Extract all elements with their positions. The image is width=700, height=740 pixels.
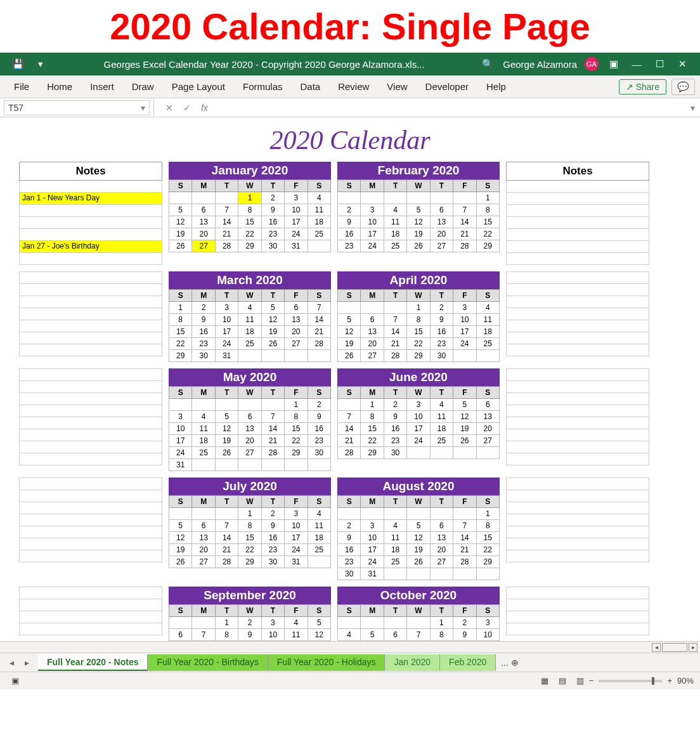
calendar-cell[interactable]: 10 bbox=[453, 314, 476, 326]
note-row[interactable] bbox=[507, 253, 649, 265]
calendar-cell[interactable] bbox=[215, 508, 238, 520]
calendar-cell[interactable]: 28 bbox=[261, 447, 284, 459]
note-row[interactable] bbox=[20, 502, 162, 514]
calendar-cell[interactable]: 27 bbox=[285, 338, 308, 350]
calendar-cell[interactable]: 5 bbox=[361, 629, 384, 641]
calendar-cell[interactable]: 30 bbox=[384, 447, 406, 459]
calendar-cell[interactable]: 19 bbox=[407, 228, 430, 240]
note-row[interactable] bbox=[20, 296, 162, 308]
calendar-cell[interactable]: 29 bbox=[285, 447, 308, 459]
calendar-cell[interactable]: 12 bbox=[338, 326, 361, 338]
calendar-cell[interactable]: 26 bbox=[261, 338, 284, 350]
calendar-cell[interactable]: 6 bbox=[192, 204, 215, 216]
calendar-cell[interactable]: 1 bbox=[476, 508, 499, 520]
calendar-cell[interactable]: 15 bbox=[476, 532, 499, 544]
calendar-cell[interactable]: 22 bbox=[238, 228, 261, 240]
calendar-cell[interactable]: 13 bbox=[192, 216, 215, 228]
note-row[interactable] bbox=[507, 453, 649, 465]
calendar-cell[interactable] bbox=[476, 447, 499, 459]
calendar-cell[interactable] bbox=[215, 459, 238, 471]
close-icon[interactable]: ✕ bbox=[675, 58, 690, 70]
ribbon-tab-view[interactable]: View bbox=[378, 81, 416, 92]
calendar-cell[interactable]: 26 bbox=[169, 556, 192, 568]
calendar-cell[interactable]: 9 bbox=[261, 204, 284, 216]
avatar[interactable]: GA bbox=[585, 57, 599, 71]
calendar-cell[interactable]: 23 bbox=[308, 435, 330, 447]
calendar-cell[interactable]: 25 bbox=[308, 544, 330, 556]
calendar-cell[interactable]: 18 bbox=[308, 532, 330, 544]
calendar-cell[interactable]: 7 bbox=[453, 204, 476, 216]
calendar-cell[interactable] bbox=[338, 302, 361, 314]
note-row[interactable] bbox=[20, 181, 162, 193]
calendar-cell[interactable]: 2 bbox=[338, 204, 361, 216]
calendar-cell[interactable]: 4 bbox=[308, 192, 330, 204]
calendar-cell[interactable] bbox=[261, 459, 284, 471]
zoom-level[interactable]: 90% bbox=[677, 676, 694, 685]
calendar-cell[interactable]: 16 bbox=[192, 326, 215, 338]
calendar-cell[interactable]: 21 bbox=[384, 338, 406, 350]
calendar-cell[interactable]: 11 bbox=[308, 520, 330, 532]
note-row[interactable] bbox=[507, 587, 649, 599]
calendar-cell[interactable]: 15 bbox=[407, 326, 430, 338]
ribbon-tab-page-layout[interactable]: Page Layout bbox=[163, 81, 234, 92]
calendar-cell[interactable]: 27 bbox=[476, 435, 499, 447]
comments-button[interactable]: 💬 bbox=[671, 79, 695, 95]
note-row[interactable] bbox=[507, 429, 649, 441]
calendar-cell[interactable]: 23 bbox=[261, 228, 284, 240]
calendar-cell[interactable] bbox=[215, 399, 238, 411]
calendar-cell[interactable]: 22 bbox=[407, 338, 430, 350]
calendar-cell[interactable]: 5 bbox=[407, 204, 430, 216]
calendar-cell[interactable]: 31 bbox=[169, 459, 192, 471]
calendar-cell[interactable]: 29 bbox=[169, 350, 192, 362]
calendar-cell[interactable]: 20 bbox=[430, 544, 453, 556]
calendar-cell[interactable]: 20 bbox=[361, 338, 384, 350]
calendar-cell[interactable]: 11 bbox=[308, 204, 330, 216]
calendar-cell[interactable] bbox=[453, 508, 476, 520]
calendar-cell[interactable]: 4 bbox=[384, 204, 406, 216]
calendar-cell[interactable]: 8 bbox=[238, 520, 261, 532]
calendar-cell[interactable]: 15 bbox=[476, 216, 499, 228]
calendar-cell[interactable] bbox=[407, 192, 430, 204]
calendar-cell[interactable]: 10 bbox=[169, 423, 192, 435]
calendar-cell[interactable]: 3 bbox=[169, 411, 192, 423]
calendar-cell[interactable]: 15 bbox=[361, 423, 384, 435]
calendar-cell[interactable]: 13 bbox=[192, 532, 215, 544]
note-row[interactable] bbox=[20, 623, 162, 635]
calendar-cell[interactable]: 8 bbox=[476, 204, 499, 216]
calendar-cell[interactable]: 10 bbox=[407, 411, 430, 423]
calendar-cell[interactable]: 4 bbox=[476, 302, 499, 314]
note-row[interactable] bbox=[20, 514, 162, 526]
calendar-cell[interactable]: 8 bbox=[407, 314, 430, 326]
calendar-cell[interactable]: 3 bbox=[453, 302, 476, 314]
calendar-cell[interactable] bbox=[308, 350, 330, 362]
note-row[interactable] bbox=[20, 587, 162, 599]
note-row[interactable] bbox=[20, 429, 162, 441]
calendar-cell[interactable]: 22 bbox=[361, 435, 384, 447]
calendar-cell[interactable]: 27 bbox=[238, 447, 261, 459]
note-row[interactable] bbox=[20, 453, 162, 465]
note-row[interactable] bbox=[20, 478, 162, 490]
note-row[interactable] bbox=[507, 241, 649, 253]
calendar-cell[interactable]: 9 bbox=[338, 216, 361, 228]
calendar-cell[interactable]: 4 bbox=[192, 411, 215, 423]
calendar-cell[interactable]: 24 bbox=[407, 435, 430, 447]
calendar-cell[interactable]: 23 bbox=[430, 338, 453, 350]
calendar-cell[interactable]: 28 bbox=[453, 556, 476, 568]
calendar-cell[interactable]: 25 bbox=[238, 338, 261, 350]
sheet-tab[interactable]: Full Year 2020 - Notes bbox=[38, 654, 148, 671]
calendar-cell[interactable]: 3 bbox=[476, 617, 499, 629]
calendar-cell[interactable]: 19 bbox=[261, 326, 284, 338]
note-row[interactable] bbox=[507, 381, 649, 393]
calendar-cell[interactable]: 9 bbox=[430, 314, 453, 326]
calendar-cell[interactable]: 8 bbox=[430, 629, 453, 641]
calendar-cell[interactable] bbox=[261, 350, 284, 362]
tab-nav-next[interactable]: ▸ bbox=[25, 658, 29, 668]
note-row[interactable] bbox=[507, 369, 649, 381]
calendar-cell[interactable]: 20 bbox=[285, 326, 308, 338]
ribbon-display-icon[interactable]: ▣ bbox=[606, 58, 621, 70]
calendar-cell[interactable]: 14 bbox=[215, 216, 238, 228]
calendar-cell[interactable]: 24 bbox=[361, 240, 384, 252]
calendar-cell[interactable]: 13 bbox=[285, 314, 308, 326]
calendar-cell[interactable]: 23 bbox=[261, 544, 284, 556]
calendar-cell[interactable] bbox=[384, 302, 406, 314]
